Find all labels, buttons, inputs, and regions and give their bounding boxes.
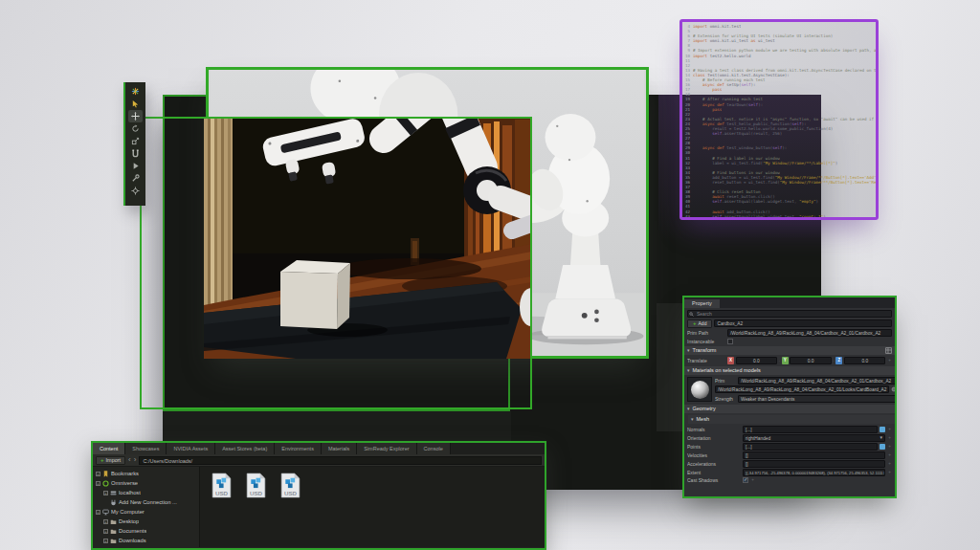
expander-icon[interactable]: +: [103, 539, 108, 543]
prim-path-field[interactable]: /World/RackLong_A8_A9/RackLong_A8_04/Car…: [727, 329, 892, 337]
gear-icon[interactable]: [891, 386, 897, 392]
rotate-tool-icon[interactable]: [128, 122, 143, 135]
tab-environments[interactable]: Environments: [275, 443, 322, 454]
forward-button[interactable]: ›: [134, 456, 137, 464]
code-text: import omni.kit.test: [693, 24, 741, 29]
property-search-input[interactable]: [687, 310, 892, 318]
translate-y-field[interactable]: 0.0: [790, 357, 832, 364]
code-text: label = ui_test.find("My Window//Frame/*…: [693, 161, 837, 165]
code-text: pass: [693, 87, 722, 92]
add-key-icon[interactable]: +: [887, 358, 892, 363]
caret-icon: ▾: [687, 368, 690, 373]
caret-icon: ▾: [687, 348, 690, 353]
field-label: Cast Shadows: [687, 477, 741, 483]
transform-gizmo-icon[interactable]: [128, 85, 143, 98]
expander-icon[interactable]: +: [96, 481, 100, 486]
tree-item-documents[interactable]: +Documents: [93, 526, 199, 536]
code-editor-panel[interactable]: 4import omni.kit.test56# Extension for w…: [679, 19, 879, 220]
svg-text:USD: USD: [215, 490, 229, 496]
row-extra-icon: +: [750, 477, 755, 482]
path-field[interactable]: C:/Users/Downloads/: [139, 456, 542, 465]
code-text: import test2.hello.world: [693, 54, 751, 58]
folder-icon: [110, 518, 117, 525]
viewport-closeup[interactable]: [204, 118, 532, 359]
tab-asset-stores-beta-[interactable]: Asset Stores (beta): [215, 443, 275, 454]
tab-content[interactable]: Content: [93, 443, 125, 454]
section-mesh[interactable]: ▾ Mesh: [688, 415, 895, 424]
tree-item-downloads[interactable]: +Downloads: [93, 536, 199, 545]
expander-icon[interactable]: +: [96, 472, 100, 476]
back-button[interactable]: ‹: [128, 456, 131, 464]
tree-item-omniverse[interactable]: +Omniverse: [93, 478, 199, 488]
import-button[interactable]: + Import: [96, 456, 125, 465]
material-strength-dropdown[interactable]: Weaker than Descendants ▾: [738, 395, 897, 403]
translate-z-field[interactable]: 0.0: [844, 357, 886, 364]
tree-item-label: localhost: [119, 490, 141, 495]
section-materials[interactable]: ▾ Materials on selected models: [684, 366, 895, 375]
section-transform[interactable]: ▾ Transform: [684, 346, 895, 355]
tab-console[interactable]: Console: [417, 443, 451, 454]
code-text: reset_button = ui_test.find("My Window//…: [693, 180, 876, 185]
expander-icon[interactable]: +: [96, 510, 100, 515]
tree-item-c-[interactable]: +C:: [93, 545, 199, 547]
snap-tool-icon[interactable]: [128, 147, 143, 160]
array-edit-chip[interactable]: [880, 427, 885, 432]
select-tool-icon[interactable]: [128, 98, 143, 110]
material-prim-field[interactable]: /World/RackLong_A8_A9/RackLong_A8_04/Car…: [738, 377, 897, 385]
section-geometry-label: Geometry: [693, 406, 716, 411]
tree-item-bookmarks[interactable]: +Bookmarks: [93, 469, 199, 478]
expander-icon[interactable]: +: [103, 519, 108, 524]
tree-item-localhost[interactable]: +localhost: [93, 488, 199, 497]
prim-name-field[interactable]: Cardbox_A2: [714, 319, 892, 327]
file-usd-3[interactable]: USD: [280, 473, 301, 498]
code-text: self.assertEqual(label.widget.text, "emp…: [693, 199, 818, 204]
utility-tool-icon[interactable]: [128, 172, 143, 185]
accelerations-field[interactable]: []: [743, 460, 885, 468]
scale-tool-icon[interactable]: [128, 135, 143, 147]
focus-tool-icon[interactable]: [128, 185, 143, 197]
code-line: 43 self.assertEqual(label.widget.text, "…: [684, 214, 876, 219]
add-property-button[interactable]: + Add: [687, 319, 712, 328]
computer-icon: [102, 509, 109, 516]
white-cube: [280, 260, 350, 329]
tab-property[interactable]: Property: [684, 299, 720, 308]
tab-showcases[interactable]: Showcases: [125, 443, 167, 454]
composite-screenshot: 4import omni.kit.test56# Extension for w…: [0, 0, 980, 550]
array-edit-chip[interactable]: [880, 444, 885, 450]
code-text: import omni.kit.ui_test as ui_test: [693, 38, 775, 43]
translate-fields: X0.0·Y0.0·Z0.0+: [727, 357, 892, 364]
caret-icon: ▾: [691, 417, 694, 422]
separator: ·: [833, 358, 835, 363]
expander-icon[interactable]: +: [103, 491, 108, 495]
expander-icon[interactable]: +: [103, 529, 108, 534]
translate-x-field[interactable]: 0.0: [736, 357, 778, 364]
velocities-field[interactable]: []: [743, 451, 885, 459]
cast-shadows-checkbox[interactable]: ✓: [743, 477, 748, 483]
section-geometry[interactable]: ▾ Geometry: [684, 405, 895, 413]
extent-field[interactable]: [(-34.971756, -25.496378, 0.000001948326…: [743, 469, 885, 476]
viewport-toolbar: [123, 82, 145, 206]
file-usd-1[interactable]: USD: [212, 473, 232, 498]
file-usd-2[interactable]: USD: [246, 473, 266, 498]
material-path-field[interactable]: /World/RackLong_A8_A9/RackLong_A8_04/Car…: [715, 385, 889, 393]
tree-item-label: Bookmarks: [111, 471, 139, 476]
strength-label: Strength: [715, 396, 736, 402]
instanceable-checkbox[interactable]: [727, 339, 733, 344]
tab-materials[interactable]: Materials: [322, 443, 357, 454]
points-field[interactable]: [...]: [743, 443, 878, 451]
section-mesh-label: Mesh: [697, 416, 709, 422]
material-block: Prim /World/RackLong_A8_A9/RackLong_A8_0…: [687, 377, 892, 403]
tree-item-desktop[interactable]: +Desktop: [93, 517, 199, 526]
content-tree: +Bookmarks+Omniverse+localhost+Add New C…: [93, 467, 200, 547]
tab-nvidia-assets[interactable]: NVIDIA Assets: [167, 443, 215, 454]
tab-simready-explorer[interactable]: SimReady Explorer: [357, 443, 416, 454]
orientation-field[interactable]: rightHanded▾: [743, 434, 885, 442]
material-prim-label: Prim: [715, 378, 736, 384]
transform-stack-icon[interactable]: [885, 347, 892, 354]
normals-field[interactable]: [...]: [743, 426, 878, 433]
omniverse-icon: [102, 480, 109, 487]
play-tool-icon[interactable]: [128, 160, 143, 172]
tree-item-my-computer[interactable]: +My Computer: [93, 507, 199, 517]
tree-item-add-new-connection-[interactable]: +Add New Connection ...: [93, 497, 199, 507]
move-tool-icon[interactable]: [128, 110, 143, 122]
